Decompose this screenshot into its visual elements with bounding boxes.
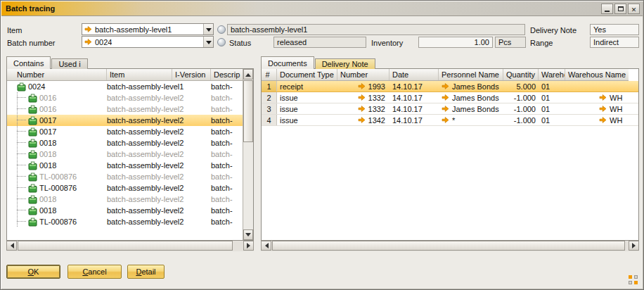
link-arrow-icon[interactable]	[358, 105, 366, 113]
link-arrow-icon[interactable]	[358, 82, 366, 90]
document-row[interactable]: 3issue133214.10.17James Bonds-1.00001WH	[262, 103, 638, 115]
link-arrow-icon[interactable]	[442, 116, 450, 124]
batch-tree-row[interactable]: 0018batch-assembly-level2batch-	[7, 194, 243, 205]
document-row[interactable]: 1receipt199314.10.17James Bonds5.00001	[262, 81, 638, 92]
tree-connector-icon	[10, 216, 28, 227]
tree-connector-icon	[10, 171, 28, 182]
link-arrow-icon[interactable]	[599, 105, 607, 113]
batch-tree-row[interactable]: 0017batch-assembly-level2batch-	[7, 115, 243, 126]
horizontal-scrollbar-thumb[interactable]	[272, 241, 625, 251]
documents-tabs: Documents Delivery Note	[261, 56, 376, 69]
batch-number-label: 0018	[39, 206, 56, 215]
close-button[interactable]	[628, 4, 640, 14]
batch-tree-row[interactable]: 0024batch-assembly-level1batch-	[7, 81, 243, 92]
description-cell: batch-	[211, 184, 243, 192]
link-arrow-icon[interactable]	[599, 116, 607, 124]
link-arrow-icon[interactable]	[358, 116, 366, 124]
dropdown-arrow-icon[interactable]	[203, 37, 213, 47]
tab-documents[interactable]: Documents	[261, 56, 314, 69]
batch-tree-row[interactable]: 0016batch-assembly-level2batch-	[7, 103, 243, 115]
batch-tree-row[interactable]: 0018batch-assembly-level2batch-	[7, 149, 243, 160]
document-number-label: 1332	[368, 94, 385, 102]
range-field[interactable]: Indirect	[590, 37, 639, 48]
batch-number-combo[interactable]: 0024	[82, 36, 214, 48]
vertical-scrollbar[interactable]	[243, 69, 253, 240]
batch-tree-row[interactable]: 0018batch-assembly-level2batch-	[7, 137, 243, 149]
column-header-personnel-name: Personnel Name	[439, 69, 503, 80]
maximize-button[interactable]	[614, 4, 626, 14]
description-cell: batch-	[211, 94, 243, 102]
document-row[interactable]: 4issue134214.10.17*-1.00001WH	[262, 115, 638, 126]
status-field[interactable]: released	[273, 37, 366, 48]
detail-button[interactable]: Detail	[127, 265, 165, 279]
inventory-field[interactable]: 1.00	[418, 37, 493, 48]
tab-used-in[interactable]: Used i	[51, 58, 87, 69]
batch-number-label: 0018	[39, 161, 56, 170]
warehouse-name-label: WH	[610, 105, 622, 113]
batch-number-cell: TL-000876	[7, 216, 107, 227]
horizontal-scrollbar[interactable]	[6, 241, 254, 251]
batch-number-label: Batch number	[7, 39, 55, 47]
document-row[interactable]: 2issue133214.10.17James Bonds-1.00001WH	[262, 92, 638, 103]
batch-icon	[28, 172, 37, 182]
vertical-scrollbar-thumb[interactable]	[243, 80, 253, 142]
horizontal-scrollbar[interactable]	[261, 241, 639, 251]
batch-tree-row[interactable]: 0018batch-assembly-level2batch-	[7, 205, 243, 216]
link-arrow-icon[interactable]	[84, 38, 93, 46]
reference-circle-icon[interactable]	[217, 25, 226, 34]
tree-connector-icon	[10, 92, 28, 103]
warehouse-name-cell: WH	[565, 105, 638, 113]
title-bar[interactable]: Batch tracing	[1, 1, 643, 16]
batch-tree-row[interactable]: TL-000876batch-assembly-level2batch-	[7, 182, 243, 194]
range-label: Range	[530, 39, 553, 47]
item-name-cell: batch-assembly-level2	[107, 206, 172, 215]
batch-tree-row[interactable]: 0016batch-assembly-level2batch-	[7, 92, 243, 103]
scroll-left-button[interactable]	[261, 241, 271, 251]
reference-circle-icon[interactable]	[217, 38, 226, 46]
batch-number-label: 0016	[39, 105, 56, 113]
resize-grip-icon[interactable]	[629, 275, 638, 285]
batch-icon	[28, 161, 37, 170]
column-header-description: Descrip	[211, 69, 243, 80]
scroll-down-button[interactable]	[243, 229, 253, 240]
tab-contains[interactable]: Contains	[6, 56, 51, 69]
cancel-button[interactable]: Cancel	[67, 265, 122, 279]
item-name-cell: batch-assembly-level2	[107, 127, 172, 136]
scroll-left-button[interactable]	[6, 241, 17, 251]
batch-tree-row[interactable]: 0017batch-assembly-level2batch-	[7, 126, 243, 137]
minimize-button[interactable]	[601, 4, 613, 14]
document-type-cell: issue	[277, 94, 337, 102]
tab-delivery-note[interactable]: Delivery Note	[315, 58, 375, 69]
link-arrow-icon[interactable]	[442, 82, 450, 90]
ok-button[interactable]: OK	[6, 265, 60, 279]
batch-number-cell: 0018	[7, 149, 107, 160]
contains-panel: Contains Used i Number Item I-Version De…	[6, 56, 254, 251]
date-cell: 14.10.17	[389, 82, 439, 91]
link-arrow-icon[interactable]	[84, 25, 93, 33]
batch-icon	[28, 218, 37, 227]
scroll-right-button[interactable]	[243, 241, 254, 251]
horizontal-scrollbar-thumb[interactable]	[18, 241, 233, 251]
tree-connector-icon	[10, 160, 28, 171]
scroll-right-button[interactable]	[629, 241, 639, 251]
item-combo-value: batch-assembly-level1	[95, 25, 172, 34]
documents-table-rows: 1receipt199314.10.17James Bonds5.000012i…	[262, 81, 638, 240]
item-name-cell: batch-assembly-level2	[107, 195, 172, 203]
item-label: Item	[7, 26, 22, 34]
warehouse-cell: 01	[539, 116, 565, 125]
batch-tree-row[interactable]: 0018batch-assembly-level2batch-	[7, 160, 243, 171]
link-arrow-icon[interactable]	[599, 94, 607, 101]
scroll-up-button[interactable]	[243, 69, 253, 80]
dropdown-arrow-icon[interactable]	[203, 24, 213, 34]
batch-tree-row[interactable]: TL-000876batch-assembly-level2batch-	[7, 171, 243, 182]
item-combo[interactable]: batch-assembly-level1	[82, 23, 214, 35]
right-arrow-icon	[247, 243, 253, 248]
delivery-note-field[interactable]: Yes	[590, 24, 639, 35]
inventory-uom-field[interactable]: Pcs	[495, 37, 526, 48]
link-arrow-icon[interactable]	[442, 105, 450, 113]
link-arrow-icon[interactable]	[358, 94, 366, 101]
batch-number-cell: 0024	[7, 82, 107, 92]
item-description-field[interactable]: batch-assembly-level1	[227, 24, 525, 35]
batch-tree-row[interactable]: TL-000876batch-assembly-level2batch-	[7, 216, 243, 227]
link-arrow-icon[interactable]	[442, 94, 450, 101]
